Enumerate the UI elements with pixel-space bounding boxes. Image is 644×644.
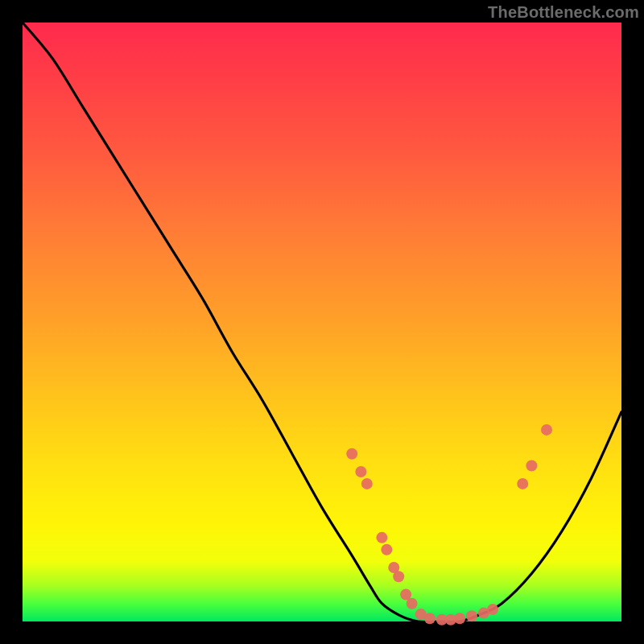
- marker-dot: [346, 448, 357, 460]
- plot-area: [23, 23, 621, 621]
- chart-svg: [23, 23, 621, 621]
- marker-dot: [526, 460, 537, 472]
- marker-dot: [407, 598, 418, 609]
- marker-dot: [487, 604, 498, 615]
- watermark-text: TheBottleneck.com: [488, 3, 639, 22]
- chart-container: TheBottleneck.com: [0, 0, 644, 644]
- marker-dot: [355, 466, 366, 477]
- marker-dot: [393, 571, 404, 582]
- marker-dot: [517, 478, 528, 489]
- data-markers: [346, 424, 552, 625]
- marker-dot: [424, 613, 436, 624]
- marker-dot: [454, 613, 465, 624]
- marker-dot: [541, 424, 552, 436]
- bottleneck-curve: [23, 23, 621, 622]
- marker-dot: [466, 610, 477, 621]
- marker-dot: [376, 532, 387, 543]
- marker-dot: [361, 478, 373, 489]
- marker-dot: [381, 544, 392, 555]
